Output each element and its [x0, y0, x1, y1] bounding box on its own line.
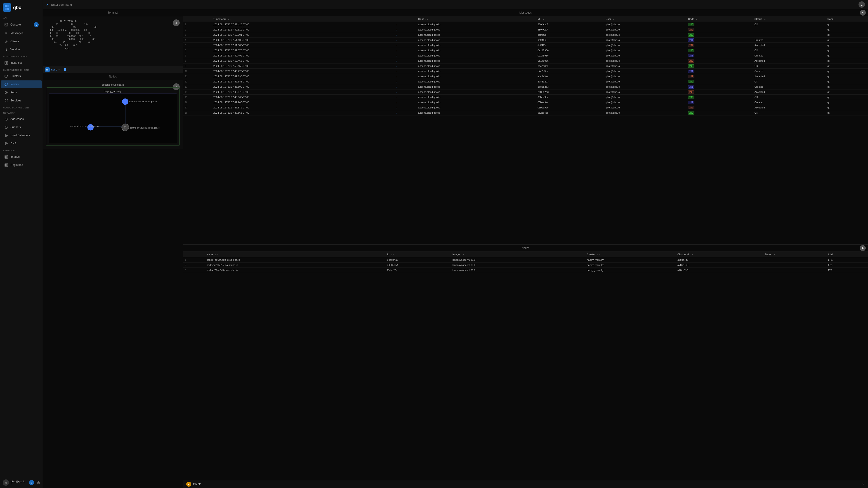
clients-icon: ◎: [4, 39, 8, 43]
row-num: 3: [183, 32, 212, 37]
user-badge: 7: [29, 480, 34, 485]
row-timestamp: 2024-08-12T20:37:47.900-07:00: [212, 100, 395, 105]
sidebar-item-clusters[interactable]: Clusters: [1, 72, 42, 80]
row-code: 200: [686, 79, 753, 84]
svg-rect-35: [6, 165, 7, 166]
ncol-id[interactable]: Id ▲▼: [385, 252, 451, 257]
svg-rect-6: [4, 61, 6, 63]
row-state: [763, 257, 826, 263]
console-badge: 1: [34, 22, 39, 27]
row-timestamp: 2024-08-12T20:37:51.375-07:00: [212, 48, 395, 53]
row-timestamp: 2024-08-12T20:37:50.492-07:00: [212, 53, 395, 58]
pods-icon: [4, 90, 8, 94]
cluster-inner-box: ⚙ node-d72ce5c3.cloud.qbo.io node-cd7bb5…: [49, 94, 177, 143]
col-status[interactable]: Status ▲▼: [753, 16, 826, 22]
row-num: 1: [183, 257, 205, 263]
row-num: 17: [183, 105, 212, 110]
main-area: > 2 Terminal .oo ****000 o. .o° 00 °o. 0…: [43, 0, 868, 488]
sidebar-item-registries[interactable]: Registries: [1, 161, 42, 169]
clients-dot: ●: [186, 482, 191, 487]
row-timestamp: 2024-08-12T20:37:52.428-07:00: [212, 22, 395, 27]
prompt-name: qbot: [51, 68, 57, 71]
sidebar-item-instances[interactable]: Instances: [1, 59, 42, 67]
row-addr: 172.: [826, 263, 868, 268]
prompt-branch: --: [61, 68, 63, 71]
sidebar-item-images[interactable]: Images: [1, 153, 42, 161]
user-count: 2: [11, 483, 27, 485]
nodes-table-wrapper[interactable]: Name ▲▼ Id ▲▼ Image ▲▼ Cluster ▲▼ Cluste…: [183, 252, 868, 480]
sidebar-item-addresses[interactable]: Addresses: [1, 115, 42, 123]
sidebar-item-dns[interactable]: DNS: [1, 140, 42, 147]
row-timestamp: 2024-08-12T20:37:51.409-07:00: [212, 37, 395, 43]
svg-marker-10: [4, 74, 7, 77]
row-cluster: happy_mcnulty: [585, 257, 676, 263]
row-id: daff4f8e: [536, 43, 604, 48]
messages-table-wrapper[interactable]: Timestamp ▲▼ Host ▲▼ Id ▲▼ User ▲▼ Code …: [183, 16, 868, 245]
svg-rect-0: [5, 5, 7, 7]
sidebar-item-label-services: Services: [10, 99, 21, 102]
svg-rect-34: [5, 165, 6, 166]
col-code[interactable]: Code ▲▼: [686, 16, 753, 22]
row-user: qbot@qbo.io: [604, 22, 686, 27]
sidebar-item-pods[interactable]: Pods: [1, 89, 42, 96]
close-clients-button[interactable]: ✕: [862, 482, 865, 486]
table-row: 16 2024-08-12T20:37:47.900-07:00 ↓ absen…: [183, 100, 868, 105]
ncol-addr[interactable]: Addr: [826, 252, 868, 257]
terminal-body[interactable]: .oo ****000 o. .o° 00 °o. 00 00 00 00 .o…: [43, 16, 183, 66]
svg-rect-29: [5, 157, 6, 158]
row-com: qt: [826, 58, 868, 64]
row-com: qt: [826, 100, 868, 105]
row-id: 2b88d2d3: [536, 79, 604, 84]
row-user: qbot@qbo.io: [604, 100, 686, 105]
sidebar-item-load-balancers[interactable]: Load Balancers: [1, 131, 42, 139]
row-status: OK: [753, 22, 826, 27]
col-timestamp[interactable]: Timestamp ▲▼: [212, 16, 395, 22]
instances-icon: [4, 61, 8, 65]
sidebar-item-clients[interactable]: ◎ Clients: [1, 37, 42, 45]
ncol-state[interactable]: State ▲▼: [763, 252, 826, 257]
row-num: 4: [183, 37, 212, 43]
ncol-name[interactable]: Name ▲▼: [205, 252, 369, 257]
col-id[interactable]: Id ▲▼: [536, 16, 604, 22]
sidebar-item-subnets[interactable]: Subnets: [1, 123, 42, 131]
logout-icon[interactable]: ⏻: [37, 481, 40, 484]
row-code: 201: [686, 100, 753, 105]
row-user: qbot@qbo.io: [604, 64, 686, 69]
sidebar-item-console[interactable]: >_ Console 1: [1, 20, 42, 29]
sidebar-item-messages[interactable]: ✉ Messages: [1, 29, 42, 37]
col-com[interactable]: Com: [826, 16, 868, 22]
col-host[interactable]: Host ▲▼: [416, 16, 536, 22]
table-row: 1 2024-08-12T20:37:52.428-07:00 ↓ absens…: [183, 22, 868, 27]
sidebar-item-label-messages: Messages: [10, 32, 23, 35]
sidebar-item-version[interactable]: ℹ Version: [1, 46, 42, 53]
row-status: Accepted: [753, 74, 826, 79]
row-image: kindest/node:v1.30.0: [451, 263, 569, 268]
svg-text:⚙: ⚙: [124, 126, 127, 129]
sidebar-item-nodes[interactable]: Nodes: [1, 80, 42, 88]
row-name: node-d72ce5c3.cloud.qbo.io: [205, 268, 369, 273]
row-id: 05bea9ec: [536, 100, 604, 105]
ncol-clusterid[interactable]: Cluster Id ▲▼: [676, 252, 763, 257]
row-clusterid: a78ca7b3: [676, 263, 763, 268]
table-row: 14 2024-08-12T20:37:48.872-07:00 ↓ absen…: [183, 90, 868, 95]
row-user: qbot@qbo.io: [604, 84, 686, 90]
command-input[interactable]: [50, 2, 856, 7]
row-id: 0e145956: [536, 58, 604, 64]
row-user: qbot@qbo.io: [604, 27, 686, 32]
row-code: 202: [686, 74, 753, 79]
svg-marker-11: [4, 83, 7, 86]
row-com: qt: [826, 53, 868, 58]
row-user: qbot@qbo.io: [604, 58, 686, 64]
sidebar-item-services[interactable]: Services: [1, 97, 42, 104]
row-timestamp: 2024-08-12T20:37:47.868-07:00: [212, 110, 395, 116]
prompt-tilde: ~: [59, 68, 60, 71]
row-timestamp: 2024-08-12T20:37:48.872-07:00: [212, 90, 395, 95]
col-user[interactable]: User ▲▼: [604, 16, 686, 22]
terminal-prompt-bar: qb qbot ~ --: [43, 66, 183, 73]
sidebar-item-label-registries: Registries: [10, 163, 23, 166]
ncol-cluster[interactable]: Cluster ▲▼: [585, 252, 676, 257]
row-id: daff4f8e: [536, 37, 604, 43]
ncol-image[interactable]: Image ▲▼: [451, 252, 569, 257]
sidebar-item-label-clients: Clients: [10, 40, 19, 43]
row-status: Accepted: [753, 43, 826, 48]
